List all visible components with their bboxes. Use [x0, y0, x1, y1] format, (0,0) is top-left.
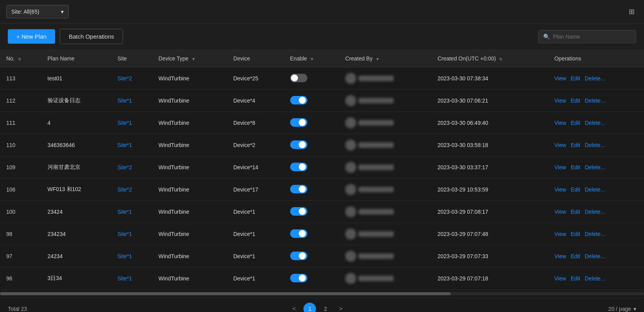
cell-device-type: WindTurbine: [152, 90, 227, 112]
cell-site[interactable]: Site*1: [111, 223, 152, 245]
prev-page-button[interactable]: ＜: [288, 303, 300, 312]
edit-button[interactable]: Edit: [571, 142, 580, 148]
enable-toggle[interactable]: [290, 185, 307, 193]
cell-enable[interactable]: [284, 179, 339, 201]
cell-site[interactable]: Site*1: [111, 245, 152, 268]
new-plan-button[interactable]: + New Plan: [8, 29, 55, 44]
cell-site[interactable]: Site*1: [111, 134, 152, 156]
cell-site[interactable]: Site*1: [111, 268, 152, 290]
cell-site[interactable]: Site*2: [111, 67, 152, 90]
delete-button[interactable]: Delete...: [585, 275, 605, 282]
view-button[interactable]: View: [554, 75, 566, 82]
view-button[interactable]: View: [554, 275, 566, 282]
view-button[interactable]: View: [554, 164, 566, 170]
enable-toggle[interactable]: [290, 274, 307, 282]
cell-enable[interactable]: [284, 156, 339, 179]
cell-operations: View Edit Delete...: [548, 156, 644, 179]
cell-enable[interactable]: [284, 90, 339, 112]
table-row: 113 test01 Site*2 WindTurbine Device*25 …: [0, 67, 644, 90]
col-enable: Enable ▼: [284, 50, 339, 67]
cell-device-type: WindTurbine: [152, 179, 227, 201]
edit-button[interactable]: Edit: [571, 275, 580, 282]
cell-enable[interactable]: [284, 134, 339, 156]
cell-plan-name: 23424: [41, 201, 111, 223]
edit-button[interactable]: Edit: [571, 253, 580, 259]
enable-toggle[interactable]: [290, 74, 307, 82]
edit-button[interactable]: Edit: [571, 98, 580, 104]
page-1-button[interactable]: 1: [303, 303, 316, 312]
delete-button[interactable]: Delete...: [585, 142, 605, 148]
sort-icon-no[interactable]: ⇅: [18, 57, 21, 61]
cell-enable[interactable]: [284, 112, 339, 134]
cell-no: 111: [0, 112, 41, 134]
cell-enable[interactable]: [284, 67, 339, 90]
cell-device: Device*1: [227, 223, 284, 245]
cell-operations: View Edit Delete...: [548, 67, 644, 90]
edit-button[interactable]: Edit: [571, 231, 580, 237]
delete-button[interactable]: Delete...: [585, 253, 605, 259]
sort-icon-created-on[interactable]: ⇅: [499, 57, 502, 61]
cell-site[interactable]: Site*1: [111, 112, 152, 134]
cell-created-on: 2023-03-29 07:07:18: [431, 268, 548, 290]
cell-site[interactable]: Site*1: [111, 201, 152, 223]
delete-button[interactable]: Delete...: [585, 231, 605, 237]
delete-button[interactable]: Delete...: [585, 186, 605, 193]
enable-toggle[interactable]: [290, 140, 307, 149]
enable-toggle[interactable]: [290, 118, 307, 127]
cell-device-type: WindTurbine: [152, 223, 227, 245]
cell-enable[interactable]: [284, 223, 339, 245]
enable-toggle[interactable]: [290, 207, 307, 216]
delete-button[interactable]: Delete...: [585, 164, 605, 170]
cell-device-type: WindTurbine: [152, 245, 227, 268]
view-button[interactable]: View: [554, 120, 566, 126]
export-icon[interactable]: ⊞: [626, 6, 638, 18]
delete-button[interactable]: Delete...: [585, 98, 605, 104]
filter-icon-device-type[interactable]: ▼: [191, 57, 195, 61]
filter-icon-enable[interactable]: ▼: [310, 57, 314, 61]
cell-no: 112: [0, 90, 41, 112]
page-size-selector[interactable]: 20 / page ▾: [608, 306, 636, 312]
page-2-button[interactable]: 2: [319, 303, 332, 312]
edit-button[interactable]: Edit: [571, 120, 580, 126]
view-button[interactable]: View: [554, 253, 566, 259]
edit-button[interactable]: Edit: [571, 75, 580, 82]
enable-toggle[interactable]: [290, 252, 307, 260]
scroll-track: [0, 290, 644, 298]
enable-toggle[interactable]: [290, 163, 307, 171]
next-page-button[interactable]: ＞: [335, 303, 347, 312]
cell-site[interactable]: Site*2: [111, 156, 152, 179]
edit-button[interactable]: Edit: [571, 186, 580, 193]
delete-button[interactable]: Delete...: [585, 120, 605, 126]
view-button[interactable]: View: [554, 98, 566, 104]
cell-enable[interactable]: [284, 245, 339, 268]
cell-site[interactable]: Site*1: [111, 90, 152, 112]
batch-operations-button[interactable]: Batch Operations: [60, 29, 123, 44]
delete-button[interactable]: Delete...: [585, 75, 605, 82]
cell-site[interactable]: Site*2: [111, 179, 152, 201]
enable-toggle[interactable]: [290, 96, 307, 105]
search-icon: 🔍: [543, 34, 550, 40]
total-count: Total 23: [8, 306, 27, 312]
table-row: 100 23424 Site*1 WindTurbine Device*1 20…: [0, 201, 644, 223]
cell-enable[interactable]: [284, 268, 339, 290]
filter-icon-created-by[interactable]: ▼: [376, 57, 380, 61]
cell-plan-name: 346363646: [41, 134, 111, 156]
view-button[interactable]: View: [554, 186, 566, 193]
delete-button[interactable]: Delete...: [585, 209, 605, 215]
site-selector[interactable]: Site: All(65) ▾: [6, 5, 69, 18]
cell-no: 96: [0, 268, 41, 290]
edit-button[interactable]: Edit: [571, 164, 580, 170]
cell-enable[interactable]: [284, 201, 339, 223]
edit-button[interactable]: Edit: [571, 209, 580, 215]
cell-device-type: WindTurbine: [152, 112, 227, 134]
table-row: 111 4 Site*1 WindTurbine Device*8 2023-0…: [0, 112, 644, 134]
cell-created-on: 2023-03-29 07:07:33: [431, 245, 548, 268]
view-button[interactable]: View: [554, 231, 566, 237]
enable-toggle[interactable]: [290, 229, 307, 238]
view-button[interactable]: View: [554, 209, 566, 215]
cell-operations: View Edit Delete...: [548, 245, 644, 268]
cell-created-by: [339, 223, 431, 245]
view-button[interactable]: View: [554, 142, 566, 148]
footer: Total 23 ＜ 1 2 ＞ 20 / page ▾: [0, 298, 644, 312]
search-input[interactable]: [553, 34, 631, 40]
